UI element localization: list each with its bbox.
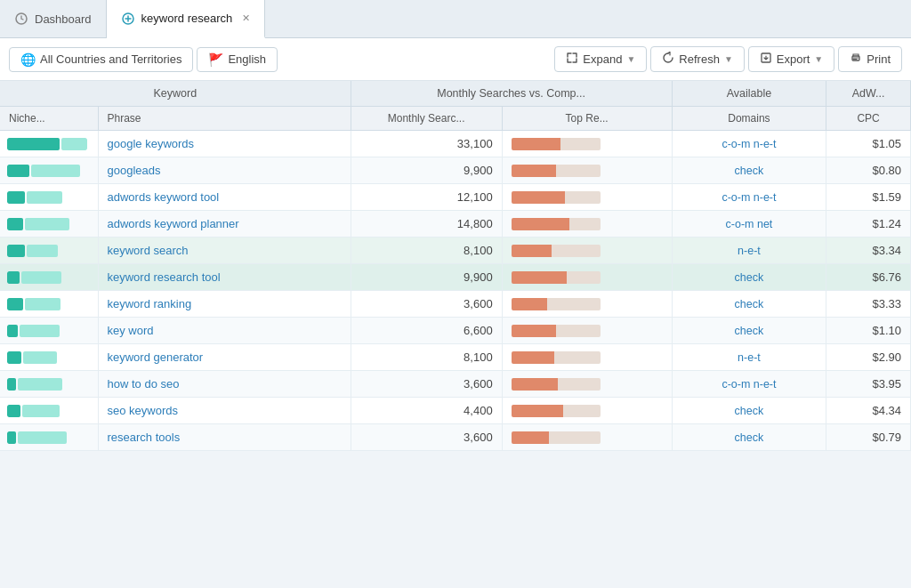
available-cell[interactable]: check — [672, 318, 826, 344]
phrase-cell[interactable]: key word — [98, 318, 351, 344]
niche-bar-segment — [27, 245, 58, 257]
available-cell[interactable]: check — [672, 291, 826, 318]
niche-cell — [0, 157, 98, 184]
table-row: keyword ranking3,600check$3.33 — [0, 291, 911, 318]
competition-bar-fill — [512, 405, 563, 417]
available-cell[interactable]: n-e-t — [672, 344, 826, 371]
available-cell[interactable]: check — [672, 264, 826, 291]
niche-bar — [7, 271, 87, 284]
competition-bar-fill — [512, 138, 560, 150]
print-icon — [850, 52, 862, 67]
refresh-label: Refresh — [679, 52, 720, 66]
niche-cell — [0, 211, 98, 238]
tab-keyword-research-label: keyword research — [141, 12, 233, 25]
available-cell[interactable]: c-o-m n-e-t — [672, 131, 826, 157]
competition-bar-empty — [547, 298, 601, 310]
monthly-searches-cell: 9,900 — [351, 157, 502, 184]
phrase-cell[interactable]: googleads — [98, 157, 351, 184]
niche-cell — [0, 131, 98, 157]
competition-bar — [512, 191, 601, 204]
phrase-cell[interactable]: keyword search — [98, 238, 351, 264]
niche-bar-segment — [27, 191, 62, 204]
competition-bar — [512, 165, 601, 177]
phrase-cell[interactable]: how to do seo — [98, 371, 351, 398]
tab-keyword-research[interactable]: keyword research ✕ — [107, 0, 266, 38]
available-cell[interactable]: check — [672, 424, 826, 451]
cpc-cell: $3.33 — [826, 291, 911, 318]
available-cell[interactable]: c-o-m net — [672, 211, 826, 238]
tab-bar: Dashboard keyword research ✕ — [0, 0, 911, 38]
cpc-cell: $1.24 — [826, 211, 911, 238]
phrase-cell[interactable]: adwords keyword planner — [98, 211, 351, 238]
cpc-cell: $1.10 — [826, 318, 911, 344]
col-monthly: Monthly Searc... — [351, 107, 502, 131]
competition-bar-empty — [567, 271, 601, 284]
monthly-searches-cell: 8,100 — [351, 344, 502, 371]
niche-bar-segment — [21, 271, 61, 284]
competition-bar-empty — [565, 191, 601, 204]
competition-bar — [512, 405, 601, 417]
col-niche: Niche... — [0, 107, 98, 131]
competition-bar — [512, 325, 601, 337]
competition-cell — [502, 398, 672, 424]
dashboard-icon — [14, 12, 28, 26]
cpc-cell: $3.95 — [826, 371, 911, 398]
phrase-cell[interactable]: seo keywords — [98, 398, 351, 424]
available-cell[interactable]: c-o-m n-e-t — [672, 184, 826, 211]
niche-bar-segment — [18, 431, 67, 444]
table-row: adwords keyword tool12,100c-o-m n-e-t$1.… — [0, 184, 911, 211]
tab-dashboard-label: Dashboard — [35, 12, 92, 26]
niche-bar — [7, 405, 87, 417]
niche-cell — [0, 424, 98, 451]
expand-button[interactable]: Expand ▼ — [554, 46, 647, 72]
phrase-cell[interactable]: keyword research tool — [98, 264, 351, 291]
sub-header-row: Niche... Phrase Monthly Searc... Top Re.… — [0, 107, 911, 131]
phrase-cell[interactable]: research tools — [98, 424, 351, 451]
niche-cell — [0, 264, 98, 291]
expand-icon — [566, 52, 578, 67]
niche-bar-segment — [25, 298, 60, 310]
export-button[interactable]: Export ▼ — [748, 46, 834, 72]
phrase-cell[interactable]: google keywords — [98, 131, 351, 157]
available-cell[interactable]: c-o-m n-e-t — [672, 371, 826, 398]
competition-cell — [502, 184, 672, 211]
cpc-cell: $2.90 — [826, 344, 911, 371]
available-cell[interactable]: n-e-t — [672, 238, 826, 264]
table-row: research tools3,600check$0.79 — [0, 424, 911, 451]
niche-bar — [7, 245, 87, 257]
niche-bar-segment — [22, 405, 60, 417]
phrase-cell[interactable]: keyword generator — [98, 344, 351, 371]
phrase-cell[interactable]: keyword ranking — [98, 291, 351, 318]
group-header-row: Keyword Monthly Searches vs. Comp... Ava… — [0, 81, 911, 107]
expand-caret: ▼ — [626, 54, 635, 64]
expand-label: Expand — [583, 52, 622, 66]
col-phrase: Phrase — [98, 107, 351, 131]
available-cell[interactable]: check — [672, 157, 826, 184]
table-wrapper: Keyword Monthly Searches vs. Comp... Ava… — [0, 81, 911, 451]
phrase-cell[interactable]: adwords keyword tool — [98, 184, 351, 211]
monthly-searches-cell: 8,100 — [351, 238, 502, 264]
competition-cell — [502, 344, 672, 371]
print-button[interactable]: Print — [838, 46, 902, 72]
niche-bar-segment — [31, 165, 80, 177]
competition-cell — [502, 424, 672, 451]
monthly-searches-cell: 33,100 — [351, 131, 502, 157]
competition-bar-fill — [512, 245, 552, 257]
niche-cell — [0, 371, 98, 398]
table-row: key word6,600check$1.10 — [0, 318, 911, 344]
language-button[interactable]: 🚩 English — [197, 47, 278, 72]
refresh-button[interactable]: Refresh ▼ — [650, 46, 744, 72]
tab-dashboard[interactable]: Dashboard — [0, 0, 107, 37]
table-row: adwords keyword planner14,800c-o-m net$1… — [0, 211, 911, 238]
monthly-searches-cell: 3,600 — [351, 424, 502, 451]
niche-bar-segment — [23, 351, 57, 364]
tab-close-icon[interactable]: ✕ — [242, 12, 250, 24]
competition-bar-empty — [558, 378, 601, 391]
niche-cell — [0, 398, 98, 424]
location-button[interactable]: 🌐 All Countries and Territories — [9, 47, 193, 72]
monthly-searches-cell: 3,600 — [351, 291, 502, 318]
available-cell[interactable]: check — [672, 398, 826, 424]
niche-bar-segment — [7, 271, 20, 284]
competition-cell — [502, 264, 672, 291]
niche-cell — [0, 344, 98, 371]
